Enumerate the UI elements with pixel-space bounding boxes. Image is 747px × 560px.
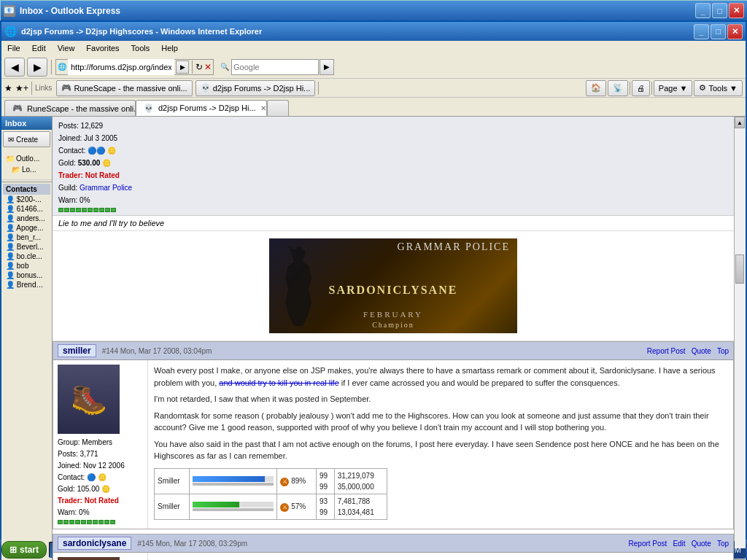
quote-post-144[interactable]: Quote: [692, 347, 711, 355]
close-button[interactable]: ✕: [729, 3, 744, 18]
stats-row-1: Smiller ⚔ 89% 9999 31,219,07935,000,000: [155, 468, 387, 494]
avatar-icon: 🥾: [71, 382, 107, 416]
start-button[interactable]: ⊞ start: [1, 541, 47, 559]
quote-post-145[interactable]: Quote: [692, 540, 711, 548]
menu-file[interactable]: File: [7, 44, 20, 52]
home-btn[interactable]: 🏠: [586, 80, 606, 96]
warn-seg: [64, 208, 69, 212]
joined-label: Joined: Jul 3 2005: [58, 134, 117, 142]
folder-icon2: 📂: [12, 166, 20, 174]
scroll-up[interactable]: ▲: [735, 117, 745, 128]
tools-btn[interactable]: ⚙ Tools ▼: [694, 80, 743, 96]
gold-icon: 🪙: [102, 159, 111, 167]
refresh-icon[interactable]: ↻: [196, 62, 203, 72]
folder-outlook[interactable]: 📁 Outlo...: [4, 153, 49, 164]
report-post-144[interactable]: Report Post: [647, 347, 686, 355]
menu-favorites[interactable]: Favorites: [86, 44, 119, 52]
post-144-header: smiller #144 Mon, Mar 17 2008, 03:04pm R…: [53, 342, 733, 360]
menu-tools[interactable]: Tools: [131, 44, 150, 52]
tab-d2jsp[interactable]: 💀 d2jsp Forums -> D2jsp Hi... ✕: [136, 100, 267, 116]
search-go-button[interactable]: ▶: [320, 59, 334, 75]
banner-guild-title: Grammar Police: [398, 241, 510, 253]
post-145-meta: #145 Mon, Mar 17 2008, 03:29pm: [137, 540, 247, 548]
page-btn[interactable]: Page ▼: [654, 80, 693, 96]
create-icon: ✉: [8, 136, 14, 144]
menu-view[interactable]: View: [58, 44, 75, 52]
outlook-header: Inbox: [1, 117, 52, 130]
menu-edit[interactable]: Edit: [32, 44, 46, 52]
warn-seg: [70, 208, 75, 212]
contact-item[interactable]: 👤 bo.cle...: [3, 252, 50, 261]
tab-d2-label: d2jsp Forums -> D2jsp Hi...: [158, 104, 256, 112]
favorites-star[interactable]: ★: [4, 83, 12, 93]
contact-item[interactable]: 👤 Brenda black: [3, 280, 50, 289]
report-post-145[interactable]: Report Post: [629, 540, 667, 548]
create-button[interactable]: ✉ Create: [3, 131, 50, 147]
post-145-actions: Report Post Edit Quote Top: [629, 540, 729, 548]
warn-label: Warn: 0%: [58, 196, 90, 204]
stat-name-2: Smiller: [155, 494, 190, 519]
address-go[interactable]: ▶: [176, 61, 189, 74]
ie-maximize[interactable]: □: [711, 24, 726, 39]
add-favorites[interactable]: ★+: [15, 83, 28, 93]
links-toolbar: ★ ★+ Links 🎮 RuneScape - the massive onl…: [1, 79, 746, 98]
tab-bar: 🎮 RuneScape - the massive onli... ✕ 💀 d2…: [1, 98, 746, 117]
contact-icons[interactable]: 🔵🔵: [88, 147, 105, 155]
scroll-track[interactable]: [735, 128, 746, 548]
scroll-thumb[interactable]: [735, 254, 744, 284]
knight-silhouette: [276, 246, 335, 326]
ie-close[interactable]: ✕: [727, 24, 743, 39]
tab-rs-label: RuneScape - the massive onli...: [27, 104, 136, 113]
warn-bar: [58, 208, 728, 212]
back-button[interactable]: ◀: [4, 58, 25, 77]
tab-rs-icon: 🎮: [12, 104, 23, 113]
post-145-avatar: 🗡️: [58, 557, 120, 560]
contact-item[interactable]: 👤 Apoge...: [3, 223, 50, 233]
contact-item[interactable]: 👤 ben_r...: [3, 233, 50, 242]
contact-item[interactable]: 👤 $200-...: [3, 195, 50, 204]
new-tab-placeholder[interactable]: [267, 100, 289, 116]
outlook-sidebar: Inbox ✉ Create 📁 Outlo... 📂 Lo...: [1, 117, 53, 560]
contact-item[interactable]: 👤 bob: [3, 261, 50, 271]
search-input[interactable]: [231, 59, 319, 75]
forward-button[interactable]: ▶: [27, 58, 47, 77]
scrollbar[interactable]: ▲ ▼: [734, 117, 746, 560]
window-controls: _ □ ✕: [695, 3, 744, 18]
scroll-content[interactable]: Posts: 12,629 Joined: Jul 3 2005 Contact…: [53, 117, 734, 560]
contact-item[interactable]: 👤 61466...: [3, 204, 50, 214]
print-btn[interactable]: 🖨: [632, 80, 650, 96]
menu-help[interactable]: Help: [161, 44, 178, 52]
ie-minimize[interactable]: _: [694, 24, 709, 39]
top-post-145[interactable]: Top: [717, 540, 729, 548]
feeds-btn[interactable]: 📡: [608, 80, 628, 96]
guild-link[interactable]: Grammar Police: [80, 184, 132, 192]
top-post-144[interactable]: Top: [717, 347, 729, 355]
window-title-bar: 📧 Inbox - Outlook Express _ □ ✕: [0, 0, 747, 20]
stat-bar-1: [190, 468, 277, 494]
lvl-icon: ⚔: [280, 478, 289, 486]
links-runescape[interactable]: 🎮 RuneScape - the massive onli...: [56, 80, 192, 96]
outlook-icon: 📧: [4, 5, 15, 17]
address-bar[interactable]: [68, 59, 174, 75]
folder-local[interactable]: 📂 Lo...: [4, 164, 49, 175]
contacts-header: Contacts: [3, 184, 50, 195]
contact-icon-144[interactable]: 🔵: [87, 473, 96, 481]
post-144-avatar-col: 🥾 Group: Members Posts: 3,771 Joined: No…: [53, 360, 148, 529]
warn-seg: [105, 208, 110, 212]
edit-post-145[interactable]: Edit: [673, 540, 685, 548]
browser-content: Posts: 12,629 Joined: Jul 3 2005 Contact…: [53, 117, 734, 560]
maximize-button[interactable]: □: [712, 3, 727, 18]
contact-item[interactable]: 👤 Beverl...: [3, 242, 50, 252]
tab-d2-close[interactable]: ✕: [260, 104, 266, 112]
trader-label: Trader: Not Rated: [58, 171, 120, 179]
tab-runescape[interactable]: 🎮 RuneScape - the massive onli... ✕: [4, 100, 136, 116]
ie-title: d2jsp Forums -> D2jsp Highscores - Windo…: [21, 27, 694, 36]
contact-item[interactable]: 👤 bonus...: [3, 271, 50, 280]
folder-icon: 📁: [6, 155, 15, 163]
links-d2jsp[interactable]: 💀 d2jsp Forums -> D2jsp Hi...: [196, 80, 316, 96]
gold-label: Gold:: [58, 159, 78, 167]
contact-item[interactable]: 👤 anders...: [3, 214, 50, 223]
d2-icon: 💀: [201, 83, 211, 93]
stop-icon[interactable]: ✕: [204, 62, 212, 72]
minimize-button[interactable]: _: [695, 3, 711, 18]
